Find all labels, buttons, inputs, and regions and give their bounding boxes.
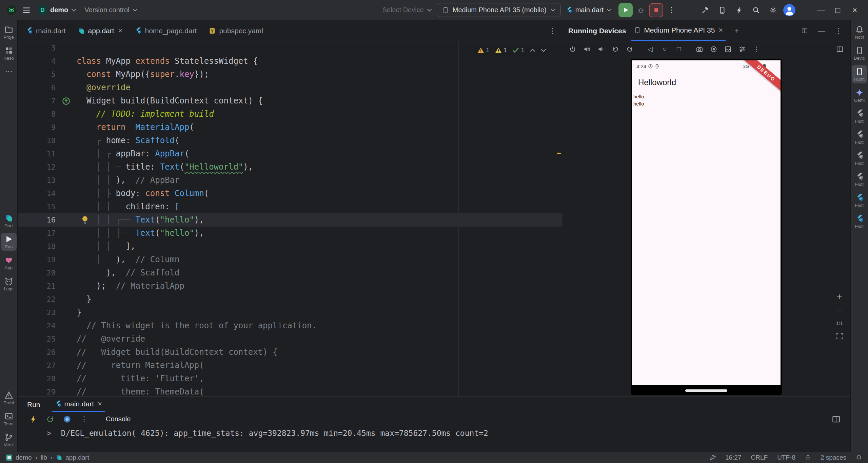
user-avatar[interactable] [783,4,795,16]
more-actions-icon[interactable]: ⋮ [665,3,678,17]
code-line[interactable]: 12 │ │ ─ title: Text("Helloworld"), [18,160,562,174]
select-device-dropdown[interactable]: Select Device [379,4,435,16]
next-problem-icon[interactable] [541,49,546,52]
tool-button-dart-analysis[interactable]: Dart [1,212,17,230]
passed-count[interactable]: 1 [512,46,525,54]
scrollbar-error-stripe[interactable] [556,41,562,397]
code-line[interactable]: 15 │ │ children: [ [18,200,562,213]
code-line[interactable]: 24 // This widget is the root of your ap… [18,319,562,332]
warning-stripe-mark[interactable] [557,153,561,154]
code-line[interactable]: 18 │ │ ], [18,240,562,253]
build-hammer-icon[interactable] [698,3,712,17]
close-tab-icon[interactable]: × [718,26,723,35]
tab-close-icon[interactable]: × [118,26,123,35]
device-selector[interactable]: Medium Phone API 35 (mobile) [437,3,561,17]
line-number[interactable]: 6 [18,81,56,94]
override-marker-icon[interactable] [62,97,70,105]
run-button[interactable] [618,3,633,17]
tool-button-more-tool-windows[interactable]: ⋯ [1,65,17,77]
cursor-position[interactable]: 16:27 [725,454,742,461]
code-line[interactable]: 8 // TODO: implement build [18,108,562,121]
device-power-button[interactable] [566,43,579,55]
tool-button-flutter-attach[interactable]: Flutt [852,191,867,210]
emulator-phone[interactable]: 4:24 3G [631,59,782,395]
maximize-window-button[interactable]: □ [829,2,846,18]
breadcrumb-project[interactable]: demo [16,454,32,461]
line-number[interactable]: 9 [18,121,56,134]
code-line[interactable]: 9 return MaterialApp( [18,121,562,134]
code-line[interactable]: 6 @override [18,81,562,94]
tool-button-run[interactable]: Run [1,233,17,251]
phone-screen[interactable]: 4:24 3G [632,60,781,385]
tool-button-terminal[interactable]: Term [1,410,17,428]
line-number[interactable]: 22 [18,293,56,306]
hide-panel-button[interactable]: — [816,25,827,37]
line-number[interactable]: 4 [18,55,56,68]
wrench-icon[interactable] [710,455,716,461]
settings-gear-icon[interactable] [766,3,780,17]
tab-options-icon[interactable]: ⋮ [548,26,556,36]
code-line[interactable]: 16 │ │ ┌── Text("hello"), [18,213,562,227]
device-snapshot-button[interactable] [722,43,734,55]
line-number[interactable]: 17 [18,227,56,240]
code-line[interactable]: 11 │ ┌ appBar: AppBar( [18,147,562,160]
line-number[interactable]: 26 [18,346,56,359]
line-number[interactable]: 28 [18,372,56,385]
close-window-button[interactable]: × [846,2,863,18]
tool-button-flutter-performance[interactable]: Flutt [852,128,867,147]
line-number[interactable]: 12 [18,160,56,174]
new-device-tab-button[interactable]: + [731,25,743,37]
console-output[interactable]: > D/EGL_emulation( 4625): app_time_stats… [18,426,850,452]
tool-button-running-devices[interactable]: Runn [852,65,867,83]
code-editor[interactable]: 34class MyApp extends StatelessWidget {5… [18,41,562,397]
device-volume-up-button[interactable] [580,43,593,55]
device-volume-down-button[interactable] [595,43,608,55]
code-line[interactable]: 7 Widget build(BuildContext context) { [18,94,562,108]
run-tab[interactable]: main.dart × [52,397,105,412]
phone-nav-bar[interactable] [632,385,781,395]
tool-button-notifications[interactable]: Notif [852,23,867,41]
device-more-button[interactable]: ⋮ [750,43,763,55]
line-number[interactable]: 15 [18,200,56,213]
panel-options-icon[interactable]: ⋮ [833,25,844,37]
breadcrumb-dir[interactable]: lib [41,454,47,461]
run-configuration-selector[interactable]: main.dart [562,4,615,16]
device-back-button[interactable]: ◁ [644,43,657,55]
open-devtools-button[interactable] [63,415,71,423]
code-line[interactable]: 10 ┌ home: Scaffold( [18,134,562,147]
line-number[interactable]: 21 [18,279,56,293]
line-number[interactable]: 3 [18,41,56,55]
code-line[interactable]: 25// @override [18,332,562,346]
device-settings-button[interactable] [736,43,749,55]
tool-button-resource-manager[interactable]: Reso [1,44,17,62]
tool-button-problems[interactable]: Probl [1,389,17,407]
fit-to-window-icon[interactable] [833,43,846,55]
device-tab[interactable]: Medium Phone API 35 × [631,20,726,41]
project-selector[interactable]: D demo [35,3,80,17]
line-number[interactable]: 27 [18,359,56,372]
line-number[interactable]: 25 [18,332,56,346]
line-number[interactable]: 11 [18,147,56,160]
tool-button-app-quality-insights[interactable]: App [1,254,17,272]
line-number[interactable]: 8 [18,108,56,121]
zoom-in-button[interactable]: + [837,293,842,300]
layout-settings-icon[interactable] [832,415,840,423]
code-line[interactable]: 4class MyApp extends StatelessWidget { [18,55,562,68]
lock-icon[interactable] [805,455,811,461]
editor-tab-pubspec.yaml[interactable]: Ypubspec.yaml [203,20,269,41]
line-number[interactable]: 5 [18,68,56,81]
line-number[interactable]: 18 [18,240,56,253]
line-number[interactable]: 14 [18,187,56,200]
intention-bulb-icon[interactable] [81,215,88,225]
debug-button[interactable] [634,3,648,17]
previous-problem-icon[interactable] [530,49,535,52]
code-line[interactable]: 26// Widget build(BuildContext context) … [18,346,562,359]
line-number[interactable]: 19 [18,253,56,266]
close-tab-icon[interactable]: × [98,400,102,408]
notifications-bell-icon[interactable] [856,455,862,461]
device-home-button[interactable]: ○ [658,43,671,55]
line-number[interactable]: 24 [18,319,56,332]
zoom-reset-button[interactable]: 1:1 [836,320,843,326]
device-rotate-left-button[interactable] [609,43,622,55]
inspections-widget[interactable]: 1 1 1 [473,45,550,56]
